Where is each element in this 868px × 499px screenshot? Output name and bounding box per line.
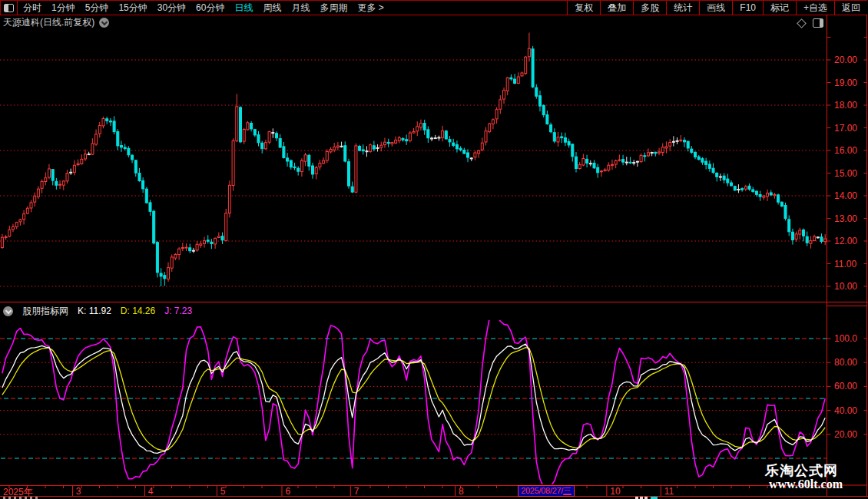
month-label: 10 (610, 486, 620, 497)
chart-canvas (0, 0, 868, 499)
indicator-name: 股朋指标网 (22, 305, 68, 318)
indicator-axis-label: 60.00 (834, 381, 857, 392)
month-label: 7 (354, 486, 359, 497)
price-axis-label: 19.00 (834, 78, 857, 88)
price-axis-label: 20.00 (834, 55, 857, 65)
indicator-axis-label: 80.00 (834, 357, 857, 368)
j-value: J: 7.23 (164, 306, 192, 316)
d-value: D: 14.26 (121, 306, 155, 316)
chevron-down-icon[interactable] (3, 306, 13, 316)
price-axis-label: 16.00 (834, 145, 857, 156)
month-label: 5 (220, 486, 226, 497)
month-label: 4 (148, 486, 154, 497)
indicator-axis-label: 100.0 (834, 333, 857, 344)
selected-date-weekday: 三 (563, 486, 571, 495)
month-label: 11 (664, 486, 674, 497)
app-window: 分时1分钟5分钟15分钟30分钟60分钟日线周线月线多周期更多 > 复权叠加多股… (0, 0, 868, 499)
price-axis-label: 18.00 (834, 100, 857, 111)
price-axis-label: 14.00 (834, 190, 857, 201)
selected-date: 2025/08/27/ (521, 486, 563, 495)
month-label: 8 (459, 486, 464, 497)
month-label: 6 (285, 486, 290, 497)
price-axis-label: 17.00 (834, 123, 857, 134)
indicator-header: 股朋指标网 K: 11.92 D: 14.26 J: 7.23 (0, 303, 192, 319)
price-axis-label: 10.00 (834, 281, 857, 292)
indicator-axis-label: 40.00 (834, 405, 857, 416)
watermark-url: www.60lt.com (769, 478, 843, 491)
price-axis-label: 15.00 (834, 168, 857, 179)
price-axis-label: 12.00 (834, 236, 857, 246)
indicator-plot-area[interactable] (0, 321, 827, 484)
selected-date-box[interactable]: 2025/08/27/三 (518, 485, 575, 497)
indicator-axis-label: 20.00 (834, 429, 857, 440)
k-value: K: 11.92 (78, 306, 111, 316)
price-axis-label: 11.00 (834, 259, 856, 269)
month-label: 3 (76, 486, 81, 497)
price-axis-label: 13.00 (834, 213, 857, 224)
main-plot-area[interactable] (0, 31, 827, 301)
